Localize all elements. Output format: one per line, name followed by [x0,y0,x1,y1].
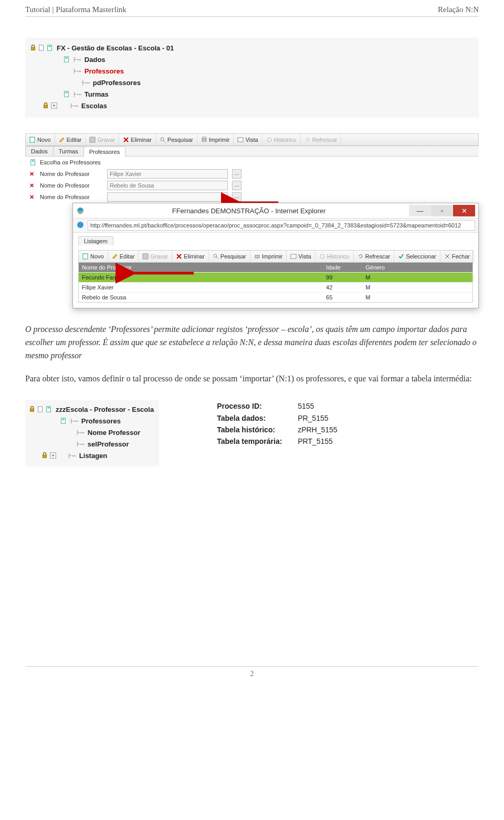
svg-rect-3 [48,46,50,47]
tree2-root[interactable]: zzzEscola - Professor - Escola [28,403,154,415]
proc-row: Tabela dados:PR_5155 [217,412,338,424]
popup-editar-button[interactable]: Editar [108,251,139,262]
tree-item-label: Nome Professor [88,429,140,437]
expand-icon[interactable] [49,452,57,459]
url-field[interactable]: http://ffernandes.ml.pt/backoffice/proce… [88,220,475,231]
tree-item[interactable]: ⊦⋯ Nome Professor [28,427,154,438]
cell-genero: M [362,283,472,293]
toolbar-vista-button[interactable]: Vista [234,134,262,146]
table-row[interactable]: Fecundo Farpas 99 M [79,273,473,283]
toolbar-eliminar-button[interactable]: Eliminar [119,134,156,146]
popup-pesquisar-button[interactable]: Pesquisar [209,251,250,262]
btn-label: Refrescar [365,253,391,260]
choose-professors-row: Escolha os Professores [25,157,479,168]
tree-item[interactable]: ⊦⋯ Turmas [29,88,475,100]
svg-rect-27 [83,254,88,259]
tab-label: Dados [31,148,48,154]
popup-seleccionar-button[interactable]: Seleccionar [394,251,440,262]
tab-professores[interactable]: Professores [83,147,126,157]
tree-item[interactable]: ⊦⋯ Professores [28,415,154,427]
close-icon [444,253,450,260]
maximize-button[interactable]: ▫ [431,205,453,216]
cell-idade: 65 [323,293,362,303]
popup-refrescar-button[interactable]: Refrescar [354,251,395,262]
cell-idade: 99 [323,273,362,283]
table-row[interactable]: Filipe Xavier 42 M [79,283,473,293]
toolbar-editar-button[interactable]: Editar [55,134,86,146]
screenshot-tree2-and-table: zzzEscola - Professor - Escola ⊦⋯ Profes… [25,400,479,466]
tree-item[interactable]: ⊦⋯ Listagen [28,450,154,461]
ie-title-text: FFernandes DEMONSTRAÇÃO - Internet Explo… [89,207,409,215]
toolbar-refrescar-button[interactable]: Refrescar [301,134,342,146]
ie-popup-window: FFernandes DEMONSTRAÇÃO - Internet Explo… [72,203,479,308]
close-button[interactable]: ✕ [453,205,475,216]
tab-turmas[interactable]: Turmas [53,146,84,156]
col-genero[interactable]: Género [362,263,472,273]
tree-item[interactable]: ⊦⋯ Professores [29,65,475,77]
popup-fechar-button[interactable]: Fechar [440,251,474,262]
refresh-icon [304,137,311,143]
save-icon [89,137,96,143]
remove-icon[interactable]: ✕ [29,182,36,189]
svg-rect-19 [203,137,206,139]
svg-rect-41 [47,407,51,412]
tree-item[interactable]: ⊦⋯ selProfessor [28,438,154,450]
tree1-root[interactable]: FX - Gestão de Escolas - Escola - 01 [29,42,475,54]
professor-name-input[interactable] [107,192,228,202]
lookup-button[interactable]: … [232,169,242,179]
document-icon [82,253,89,260]
table-row[interactable]: Rebelo de Sousa 65 M [79,293,473,303]
refresh-icon [358,253,364,260]
history-icon [319,253,326,260]
toolbar-pesquisar-button[interactable]: Pesquisar [156,134,197,146]
tree-item-label: pdProfessores [93,79,141,87]
professor-field-row: ✕ Nome do Professor … [25,168,479,180]
svg-rect-18 [202,139,206,141]
lookup-button[interactable]: … [232,192,242,202]
tree-item[interactable]: ⊦⋯ Escolas [29,100,475,111]
tree-connector: ⊦⋯ [74,90,81,98]
expand-icon[interactable] [50,102,58,109]
popup-novo-button[interactable]: Novo [79,251,108,262]
btn-label: Vista [298,253,311,260]
toolbar-imprimir-button[interactable]: Imprimir [197,134,234,146]
header-right: Relação N:N [438,5,479,14]
col-idade[interactable]: Idade [323,263,362,273]
document-icon [38,44,45,51]
svg-rect-7 [65,92,67,94]
btn-label: Eliminar [184,253,205,260]
toolbar-historico-button[interactable]: Historico [262,134,301,146]
tree-connector: ⊦⋯ [70,417,78,425]
url-text: http://ffernandes.ml.pt/backoffice/proce… [90,222,461,229]
popup-imprimir-button[interactable]: Imprimir [250,251,287,262]
proc-label: Tabela histórico: [217,424,285,435]
col-nome[interactable]: Nome do Professor [79,263,323,273]
popup-historico-button[interactable]: Historico [316,251,354,262]
professor-name-input[interactable] [107,169,228,179]
svg-rect-6 [65,91,69,97]
professor-name-input[interactable] [107,181,228,190]
popup-gravar-button[interactable]: Gravar [139,251,172,262]
tree-item[interactable]: ⊦⋯ Dados [29,54,475,65]
toolbar-gravar-button[interactable]: Gravar [86,134,119,146]
remove-icon[interactable]: ✕ [29,171,36,178]
svg-rect-34 [291,254,296,258]
proc-row: Processo ID:5155 [217,400,338,412]
tab-dados[interactable]: Dados [25,146,54,156]
svg-rect-42 [47,408,49,409]
edit-icon [112,253,118,260]
btn-label: Historico [274,137,297,143]
tree-item[interactable]: ⊦⋯ pdProfessores [29,77,475,88]
minimize-button[interactable]: — [409,205,431,216]
lookup-button[interactable]: … [232,181,242,190]
toolbar-novo-button[interactable]: Novo [26,134,55,146]
popup-vista-button[interactable]: Vista [287,251,315,262]
proc-row: Tabela temporária:PRT_5155 [217,435,338,447]
svg-rect-1 [39,45,44,51]
btn-label: Fechar [452,253,470,260]
tree-item-label: Professores [81,417,121,425]
proc-label: Tabela temporária: [217,435,285,447]
popup-eliminar-button[interactable]: Eliminar [172,251,209,262]
tab-listagem[interactable]: Listagem [78,236,113,245]
remove-icon[interactable]: ✕ [29,194,36,201]
